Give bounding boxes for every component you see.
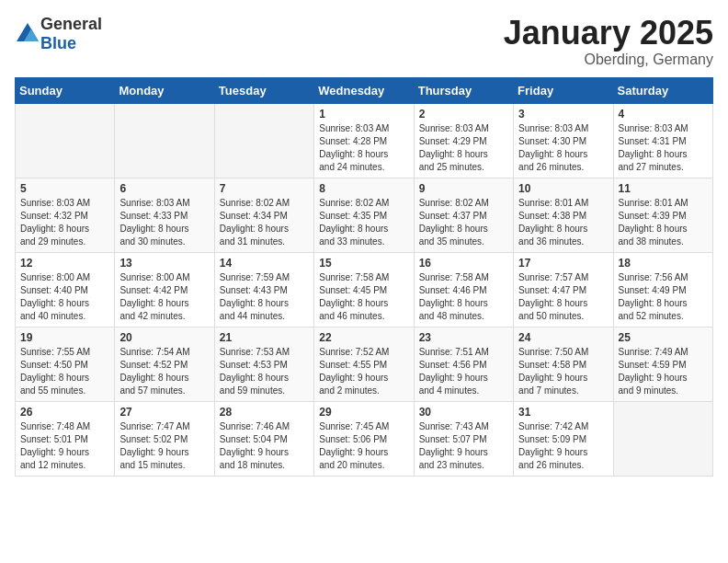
weekday-header-saturday: Saturday — [613, 77, 712, 103]
day-number: 17 — [518, 257, 608, 270]
calendar-cell: 27Sunrise: 7:47 AM Sunset: 5:02 PM Dayli… — [115, 401, 214, 476]
day-content: Sunrise: 7:46 AM Sunset: 5:04 PM Dayligh… — [220, 420, 309, 472]
calendar-table: SundayMondayTuesdayWednesdayThursdayFrid… — [15, 77, 713, 477]
day-number: 23 — [419, 331, 508, 344]
day-content: Sunrise: 8:00 AM Sunset: 4:42 PM Dayligh… — [119, 271, 209, 323]
calendar-cell — [16, 103, 115, 178]
day-number: 31 — [518, 406, 608, 419]
day-content: Sunrise: 8:02 AM Sunset: 4:34 PM Dayligh… — [220, 197, 309, 248]
day-number: 8 — [319, 182, 408, 195]
calendar-cell: 17Sunrise: 7:57 AM Sunset: 4:47 PM Dayli… — [514, 252, 613, 327]
calendar-cell: 3Sunrise: 8:03 AM Sunset: 4:30 PM Daylig… — [514, 103, 613, 178]
calendar-week-row: 12Sunrise: 8:00 AM Sunset: 4:40 PM Dayli… — [16, 252, 713, 327]
day-content: Sunrise: 7:43 AM Sunset: 5:07 PM Dayligh… — [419, 420, 508, 472]
day-content: Sunrise: 8:00 AM Sunset: 4:40 PM Dayligh… — [20, 271, 109, 323]
day-number: 30 — [419, 406, 508, 419]
day-content: Sunrise: 7:49 AM Sunset: 4:59 PM Dayligh… — [619, 346, 708, 397]
calendar-cell: 23Sunrise: 7:51 AM Sunset: 4:56 PM Dayli… — [414, 327, 513, 401]
day-number: 27 — [119, 406, 209, 419]
weekday-header-thursday: Thursday — [414, 77, 513, 103]
calendar-week-row: 19Sunrise: 7:55 AM Sunset: 4:50 PM Dayli… — [16, 327, 713, 401]
calendar-cell: 12Sunrise: 8:00 AM Sunset: 4:40 PM Dayli… — [16, 252, 115, 327]
day-number: 6 — [119, 182, 209, 195]
calendar-cell: 18Sunrise: 7:56 AM Sunset: 4:49 PM Dayli… — [613, 252, 712, 327]
day-content: Sunrise: 7:58 AM Sunset: 4:46 PM Dayligh… — [419, 271, 508, 323]
day-content: Sunrise: 8:03 AM Sunset: 4:29 PM Dayligh… — [419, 122, 508, 174]
calendar-cell: 1Sunrise: 8:03 AM Sunset: 4:28 PM Daylig… — [314, 103, 414, 178]
day-content: Sunrise: 7:55 AM Sunset: 4:50 PM Dayligh… — [20, 346, 109, 397]
day-number: 13 — [119, 257, 209, 270]
day-number: 18 — [619, 257, 708, 270]
day-number: 16 — [419, 257, 508, 270]
calendar-week-row: 5Sunrise: 8:03 AM Sunset: 4:32 PM Daylig… — [16, 178, 713, 252]
day-number: 28 — [220, 406, 309, 419]
day-content: Sunrise: 7:59 AM Sunset: 4:43 PM Dayligh… — [220, 271, 309, 323]
day-content: Sunrise: 7:58 AM Sunset: 4:45 PM Dayligh… — [319, 271, 408, 323]
day-number: 3 — [518, 108, 608, 121]
calendar-cell: 22Sunrise: 7:52 AM Sunset: 4:55 PM Dayli… — [314, 327, 414, 401]
day-content: Sunrise: 8:03 AM Sunset: 4:33 PM Dayligh… — [119, 197, 209, 248]
day-number: 14 — [220, 257, 309, 270]
calendar-cell: 2Sunrise: 8:03 AM Sunset: 4:29 PM Daylig… — [414, 103, 513, 178]
day-number: 26 — [20, 406, 109, 419]
weekday-header-sunday: Sunday — [16, 77, 115, 103]
calendar-cell: 21Sunrise: 7:53 AM Sunset: 4:53 PM Dayli… — [214, 327, 313, 401]
day-content: Sunrise: 7:42 AM Sunset: 5:09 PM Dayligh… — [518, 420, 608, 472]
calendar-cell: 25Sunrise: 7:49 AM Sunset: 4:59 PM Dayli… — [613, 327, 712, 401]
page-header: General Blue January 2025 Oberding, Germ… — [15, 15, 713, 68]
calendar-cell — [613, 401, 712, 476]
month-title: January 2025 — [504, 15, 713, 52]
calendar-cell: 26Sunrise: 7:48 AM Sunset: 5:01 PM Dayli… — [16, 401, 115, 476]
logo-general-text: General — [40, 15, 102, 33]
day-number: 24 — [518, 331, 608, 344]
day-content: Sunrise: 7:51 AM Sunset: 4:56 PM Dayligh… — [419, 346, 508, 397]
weekday-header-monday: Monday — [115, 77, 214, 103]
calendar-cell: 4Sunrise: 8:03 AM Sunset: 4:31 PM Daylig… — [613, 103, 712, 178]
day-number: 2 — [419, 108, 508, 121]
title-section: January 2025 Oberding, Germany — [504, 15, 713, 68]
day-number: 12 — [20, 257, 109, 270]
calendar-cell: 30Sunrise: 7:43 AM Sunset: 5:07 PM Dayli… — [414, 401, 513, 476]
day-content: Sunrise: 7:54 AM Sunset: 4:52 PM Dayligh… — [119, 346, 209, 397]
day-content: Sunrise: 8:03 AM Sunset: 4:32 PM Dayligh… — [20, 197, 109, 248]
day-content: Sunrise: 7:53 AM Sunset: 4:53 PM Dayligh… — [220, 346, 309, 397]
day-content: Sunrise: 7:52 AM Sunset: 4:55 PM Dayligh… — [319, 346, 408, 397]
calendar-cell: 31Sunrise: 7:42 AM Sunset: 5:09 PM Dayli… — [514, 401, 613, 476]
calendar-cell: 11Sunrise: 8:01 AM Sunset: 4:39 PM Dayli… — [613, 178, 712, 252]
day-content: Sunrise: 7:45 AM Sunset: 5:06 PM Dayligh… — [319, 420, 408, 472]
calendar-cell: 29Sunrise: 7:45 AM Sunset: 5:06 PM Dayli… — [314, 401, 414, 476]
day-number: 25 — [619, 331, 708, 344]
calendar-cell: 13Sunrise: 8:00 AM Sunset: 4:42 PM Dayli… — [115, 252, 214, 327]
day-number: 10 — [518, 182, 608, 195]
calendar-cell: 28Sunrise: 7:46 AM Sunset: 5:04 PM Dayli… — [214, 401, 313, 476]
calendar-cell: 10Sunrise: 8:01 AM Sunset: 4:38 PM Dayli… — [514, 178, 613, 252]
day-number: 1 — [319, 108, 408, 121]
calendar-cell: 14Sunrise: 7:59 AM Sunset: 4:43 PM Dayli… — [214, 252, 313, 327]
day-number: 11 — [619, 182, 708, 195]
day-number: 9 — [419, 182, 508, 195]
day-number: 22 — [319, 331, 408, 344]
day-content: Sunrise: 8:03 AM Sunset: 4:28 PM Dayligh… — [319, 122, 408, 174]
day-number: 7 — [220, 182, 309, 195]
calendar-cell: 5Sunrise: 8:03 AM Sunset: 4:32 PM Daylig… — [16, 178, 115, 252]
day-content: Sunrise: 8:03 AM Sunset: 4:30 PM Dayligh… — [518, 122, 608, 174]
logo-icon — [15, 21, 40, 47]
day-number: 5 — [20, 182, 109, 195]
day-content: Sunrise: 7:57 AM Sunset: 4:47 PM Dayligh… — [518, 271, 608, 323]
day-number: 29 — [319, 406, 408, 419]
day-content: Sunrise: 7:50 AM Sunset: 4:58 PM Dayligh… — [518, 346, 608, 397]
day-content: Sunrise: 8:01 AM Sunset: 4:38 PM Dayligh… — [518, 197, 608, 248]
calendar-cell: 24Sunrise: 7:50 AM Sunset: 4:58 PM Dayli… — [514, 327, 613, 401]
day-number: 20 — [119, 331, 209, 344]
logo-blue-text: Blue — [40, 34, 76, 52]
day-content: Sunrise: 8:02 AM Sunset: 4:37 PM Dayligh… — [419, 197, 508, 248]
calendar-cell: 6Sunrise: 8:03 AM Sunset: 4:33 PM Daylig… — [115, 178, 214, 252]
weekday-header-tuesday: Tuesday — [214, 77, 313, 103]
day-number: 15 — [319, 257, 408, 270]
calendar-cell: 19Sunrise: 7:55 AM Sunset: 4:50 PM Dayli… — [16, 327, 115, 401]
day-number: 19 — [20, 331, 109, 344]
day-content: Sunrise: 7:56 AM Sunset: 4:49 PM Dayligh… — [619, 271, 708, 323]
weekday-header-friday: Friday — [514, 77, 613, 103]
calendar-week-row: 26Sunrise: 7:48 AM Sunset: 5:01 PM Dayli… — [16, 401, 713, 476]
calendar-cell — [115, 103, 214, 178]
